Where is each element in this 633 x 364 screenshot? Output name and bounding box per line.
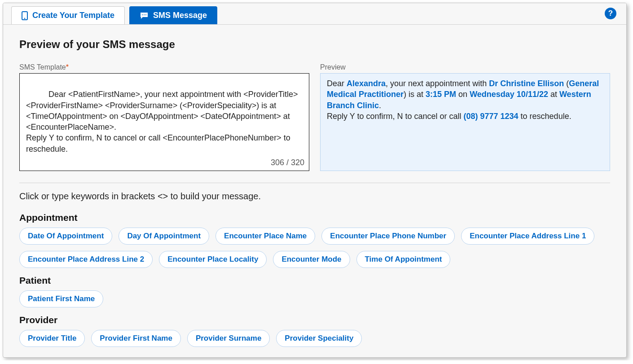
preview-label: Preview	[320, 63, 610, 71]
tab-sms-message-label: SMS Message	[153, 11, 207, 20]
page-title: Preview of your SMS message	[19, 38, 610, 51]
svg-point-4	[145, 14, 146, 15]
keyword-encounter-mode[interactable]: Encounter Mode	[273, 251, 350, 268]
preview-text: ) is at	[404, 90, 426, 99]
keyword-encounter-place-phone-number[interactable]: Encounter Place Phone Number	[321, 228, 455, 245]
preview-text: (	[564, 79, 569, 88]
preview-date: 10/11/22	[517, 90, 548, 99]
tab-bar: Create Your Template SMS Message ?	[3, 3, 626, 25]
preview-line-2: Reply Y to confirm, N to cancel or call …	[327, 111, 603, 122]
patient-heading: Patient	[19, 275, 610, 286]
keyword-encounter-place-address-line-1[interactable]: Encounter Place Address Line 1	[461, 228, 594, 245]
chat-icon	[140, 12, 149, 20]
keyword-time-of-appointment[interactable]: Time Of Appointment	[356, 251, 451, 268]
keyword-provider-surname[interactable]: Provider Surname	[187, 330, 270, 347]
svg-point-3	[144, 14, 145, 15]
preview-text: at	[548, 90, 559, 99]
provider-pill-row: Provider Title Provider First Name Provi…	[19, 330, 610, 347]
template-label: SMS Template*	[19, 63, 309, 71]
instruction-text: Click or type keywords in brackets <> to…	[19, 191, 610, 202]
preview-text: .	[379, 101, 381, 110]
keyword-provider-speciality[interactable]: Provider Speciality	[276, 330, 362, 347]
keyword-provider-title[interactable]: Provider Title	[19, 330, 85, 347]
keyword-section-appointment: Appointment Date Of Appointment Day Of A…	[19, 212, 610, 268]
preview-text: to reschedule.	[519, 112, 571, 121]
tab-sms-message[interactable]: SMS Message	[129, 6, 217, 24]
svg-point-2	[142, 14, 143, 15]
appointment-heading: Appointment	[19, 212, 610, 223]
template-column: SMS Template* Dear <PatientFirstName>, y…	[19, 63, 309, 171]
preview-text: on	[456, 90, 470, 99]
keyword-day-of-appointment[interactable]: Day Of Appointment	[119, 228, 209, 245]
required-mark: *	[66, 63, 69, 71]
tab-create-template-label: Create Your Template	[32, 11, 114, 20]
phone-icon	[22, 11, 28, 20]
divider	[19, 183, 610, 183]
preview-phone: (08) 9777 1234	[463, 112, 518, 121]
preview-text: Reply Y to confirm, N to cancel or call	[327, 112, 463, 121]
content-area: Preview of your SMS message SMS Template…	[3, 25, 626, 358]
keyword-section-patient: Patient Patient First Name	[19, 275, 610, 307]
sms-template-text: Dear <PatientFirstName>, your next appoi…	[26, 90, 300, 153]
preview-provider: Dr Christine Ellison	[489, 79, 564, 88]
keyword-encounter-place-locality[interactable]: Encounter Place Locality	[159, 251, 267, 268]
sms-template-input[interactable]: Dear <PatientFirstName>, your next appoi…	[19, 73, 309, 171]
keyword-encounter-place-address-line-2[interactable]: Encounter Place Address Line 2	[19, 251, 153, 268]
keyword-patient-first-name[interactable]: Patient First Name	[19, 290, 103, 307]
preview-text: , your next appointment with	[386, 79, 489, 88]
tab-create-template[interactable]: Create Your Template	[11, 6, 125, 24]
help-button[interactable]: ?	[605, 8, 616, 19]
appointment-pill-row: Date Of Appointment Day Of Appointment E…	[19, 228, 610, 268]
preview-patient-first: Alexandra	[347, 79, 386, 88]
preview-time: 3:15 PM	[426, 90, 456, 99]
keyword-provider-first-name[interactable]: Provider First Name	[91, 330, 181, 347]
preview-text: Dear	[327, 79, 347, 88]
preview-day: Wednesday	[470, 90, 514, 99]
keyword-encounter-place-name[interactable]: Encounter Place Name	[215, 228, 315, 245]
svg-point-1	[24, 18, 26, 19]
app-window: Create Your Template SMS Message ? Previ…	[3, 3, 627, 358]
help-icon: ?	[608, 9, 613, 18]
keyword-date-of-appointment[interactable]: Date Of Appointment	[19, 228, 112, 245]
editor-row: SMS Template* Dear <PatientFirstName>, y…	[19, 63, 610, 171]
provider-heading: Provider	[19, 315, 610, 325]
patient-pill-row: Patient First Name	[19, 290, 610, 307]
preview-box: Dear Alexandra, your next appointment wi…	[320, 73, 610, 171]
keyword-section-provider: Provider Provider Title Provider First N…	[19, 315, 610, 347]
char-count: 306 / 320	[271, 157, 304, 168]
preview-column: Preview Dear Alexandra, your next appoin…	[320, 63, 610, 171]
template-label-text: SMS Template	[19, 63, 66, 71]
preview-line-1: Dear Alexandra, your next appointment wi…	[327, 78, 603, 111]
